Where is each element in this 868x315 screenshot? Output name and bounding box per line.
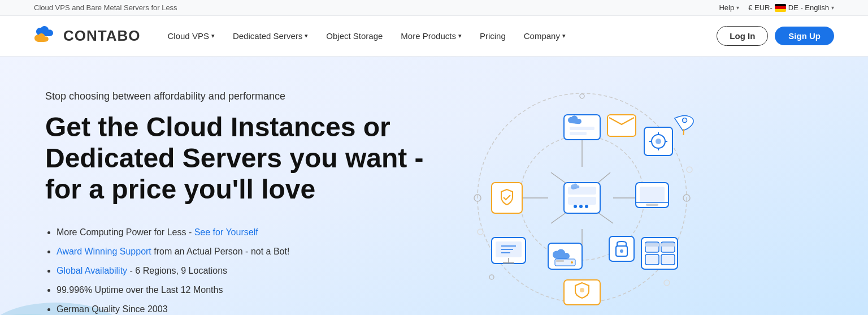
svg-rect-45 xyxy=(556,260,564,262)
svg-point-61 xyxy=(687,167,692,172)
bullet-5-text: German Quality Since 2003 xyxy=(57,304,168,314)
cloud-vps-chevron-icon: ▾ xyxy=(211,32,215,40)
dedicated-servers-chevron-icon: ▾ xyxy=(305,32,308,40)
top-bar: Cloud VPS and Bare Metal Servers for Les… xyxy=(0,0,868,16)
svg-rect-26 xyxy=(640,187,665,202)
svg-rect-28 xyxy=(646,204,658,206)
logo-link[interactable]: CONTABO xyxy=(34,26,141,46)
currency-label: € EUR- xyxy=(748,3,772,12)
bullet-2-suffix: from an Actual Person - not a Bot! xyxy=(151,247,290,256)
svg-rect-17 xyxy=(568,197,596,205)
help-chevron-icon: ▾ xyxy=(736,5,739,11)
infrastructure-diagram xyxy=(429,79,723,315)
locale-label: DE - English xyxy=(788,3,829,12)
global-availability-link[interactable]: Global Availability xyxy=(57,266,127,275)
svg-point-31 xyxy=(656,139,661,144)
locale-chevron-icon: ▾ xyxy=(831,5,834,11)
list-item: German Quality Since 2003 xyxy=(57,300,429,315)
nav-cloud-vps-label: Cloud VPS xyxy=(168,31,209,41)
nav-company-label: Company xyxy=(524,31,560,41)
svg-rect-58 xyxy=(609,236,634,261)
list-item: Award Winning Support from an Actual Per… xyxy=(57,243,429,261)
top-bar-right: Help ▾ € EUR- DE - English ▾ xyxy=(719,3,834,12)
svg-point-18 xyxy=(574,205,577,208)
tagline: Cloud VPS and Bare Metal Servers for Les… xyxy=(34,3,177,12)
main-nav: CONTABO Cloud VPS ▾ Dedicated Servers ▾ … xyxy=(0,16,868,57)
svg-rect-22 xyxy=(570,127,594,130)
nav-item-company[interactable]: Company ▾ xyxy=(515,16,575,57)
bullet-4-text: 99.996% Uptime over the Last 12 Months xyxy=(57,285,223,295)
flag-de-icon xyxy=(775,4,786,12)
nav-actions: Log In Sign Up xyxy=(717,26,834,46)
award-support-link[interactable]: Award Winning Support xyxy=(57,247,151,256)
hero-bullets: More Computing Power for Less - See for … xyxy=(45,223,429,315)
svg-point-14 xyxy=(489,275,494,279)
svg-rect-52 xyxy=(645,254,659,265)
svg-point-63 xyxy=(664,280,670,286)
nav-item-cloud-vps[interactable]: Cloud VPS ▾ xyxy=(159,16,224,57)
svg-point-20 xyxy=(585,205,588,208)
contabo-logo-icon xyxy=(34,26,59,46)
svg-point-62 xyxy=(478,229,483,235)
nav-links: Cloud VPS ▾ Dedicated Servers ▾ Object S… xyxy=(159,16,717,57)
logo-text: CONTABO xyxy=(63,27,141,45)
svg-rect-56 xyxy=(607,115,636,136)
currency-menu[interactable]: € EUR- DE - English ▾ xyxy=(748,3,834,12)
svg-rect-23 xyxy=(570,132,587,135)
svg-point-19 xyxy=(579,205,583,208)
hero-section: Stop choosing between affordability and … xyxy=(0,57,868,315)
nav-item-dedicated-servers[interactable]: Dedicated Servers ▾ xyxy=(224,16,317,57)
hero-illustration xyxy=(429,79,723,305)
more-products-chevron-icon: ▾ xyxy=(458,32,462,40)
nav-pricing-label: Pricing xyxy=(480,31,506,41)
svg-point-12 xyxy=(580,94,584,98)
svg-point-60 xyxy=(620,249,623,253)
login-button[interactable]: Log In xyxy=(717,26,768,46)
see-for-yourself-link[interactable]: See for Yourself xyxy=(194,227,258,237)
bullet-1-prefix: More Computing Power for Less - xyxy=(57,227,194,237)
hero-title: Get the Cloud Instances or Dedicated Ser… xyxy=(45,111,429,205)
nav-dedicated-servers-label: Dedicated Servers xyxy=(233,31,302,41)
nav-item-object-storage[interactable]: Object Storage xyxy=(317,16,392,57)
list-item: 99.996% Uptime over the Last 12 Months xyxy=(57,281,429,299)
bullet-3-suffix: - 6 Regions, 9 Locations xyxy=(127,266,227,275)
help-menu[interactable]: Help ▾ xyxy=(719,3,739,12)
list-item: More Computing Power for Less - See for … xyxy=(57,223,429,241)
signup-button[interactable]: Sign Up xyxy=(775,27,834,45)
svg-point-46 xyxy=(571,261,573,264)
hero-subtitle: Stop choosing between affordability and … xyxy=(45,90,429,102)
nav-more-products-label: More Products xyxy=(401,31,456,41)
svg-point-55 xyxy=(580,288,584,292)
nav-item-pricing[interactable]: Pricing xyxy=(471,16,515,57)
nav-item-more-products[interactable]: More Products ▾ xyxy=(392,16,471,57)
svg-rect-49 xyxy=(645,243,659,247)
svg-rect-53 xyxy=(661,254,675,265)
help-label: Help xyxy=(719,3,734,12)
hero-content: Stop choosing between affordability and … xyxy=(45,90,429,315)
company-chevron-icon: ▾ xyxy=(562,32,566,40)
svg-rect-51 xyxy=(661,243,675,247)
list-item: Global Availability - 6 Regions, 9 Locat… xyxy=(57,262,429,280)
nav-object-storage-label: Object Storage xyxy=(326,31,383,41)
